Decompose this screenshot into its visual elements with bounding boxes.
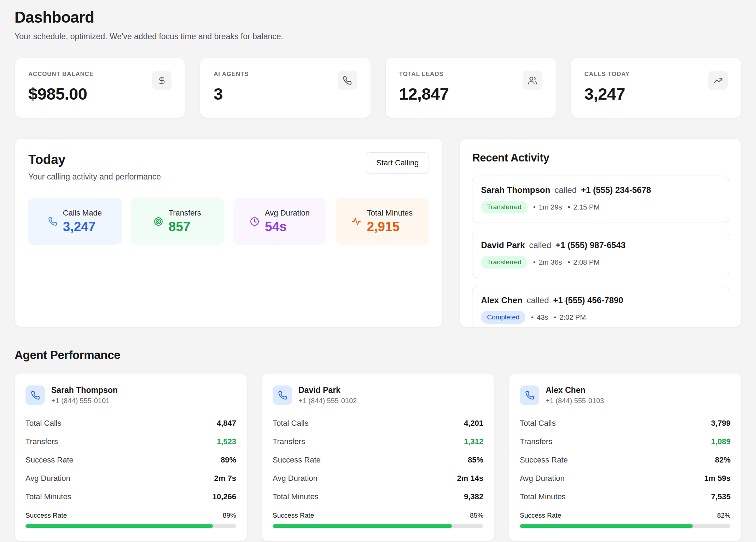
- agent-card-sarah-thompson: Sarah Thompson +1 (844) 555-0101 Total C…: [14, 373, 247, 542]
- clock-icon: [250, 217, 259, 226]
- stat-text: ACCOUNT BALANCE $985.00: [28, 71, 94, 104]
- success-rate-progress: [25, 524, 236, 528]
- stat-card-calls-today: CALLS TODAY 3,247: [571, 58, 742, 118]
- activity-item: David Park called +1 (555) 987-6543 Tran…: [472, 231, 729, 278]
- tile-value: 54s: [265, 219, 310, 234]
- metric-value: 2m 7s: [214, 474, 236, 483]
- tile-avg-duration: Avg Duration 54s: [233, 198, 327, 245]
- phone-icon: [338, 71, 357, 90]
- metric-value: 1m 59s: [704, 474, 731, 483]
- agent-phone-icon: [520, 385, 539, 405]
- main-row: Today Your calling activity and performa…: [14, 139, 742, 327]
- call-time: 2:02 PM: [559, 313, 586, 322]
- phone-icon: [48, 217, 57, 226]
- stat-label: TOTAL LEADS: [399, 71, 449, 78]
- agent-name: David Park: [298, 385, 357, 395]
- metric-value: 85%: [468, 455, 483, 465]
- tile-value: 857: [169, 219, 201, 234]
- metric-label: Total Calls: [273, 419, 308, 428]
- metric-value: 82%: [715, 455, 731, 465]
- metric-value: 3,799: [711, 419, 731, 428]
- call-time: 2:08 PM: [573, 258, 599, 266]
- stat-text: AI AGENTS 3: [214, 71, 249, 104]
- stat-value: 3: [214, 84, 249, 104]
- today-card: Today Your calling activity and performa…: [14, 139, 443, 327]
- tile-value: 3,247: [63, 219, 102, 234]
- separator-dot: •: [533, 203, 536, 211]
- stat-text: CALLS TODAY 3,247: [585, 71, 630, 104]
- users-icon: [523, 71, 542, 90]
- caller-name: Alex Chen: [481, 295, 522, 305]
- call-duration: 2m 36s: [539, 258, 562, 266]
- activity-item: Sarah Thompson called +1 (555) 234-5678 …: [472, 176, 729, 223]
- today-heading: Today Your calling activity and performa…: [28, 152, 161, 182]
- called-number: +1 (555) 456-7890: [553, 295, 623, 305]
- tile-value: 2,915: [367, 219, 413, 234]
- metric-value: 2m 14s: [457, 474, 483, 483]
- call-action: called: [554, 185, 577, 195]
- metric-label: Success Rate: [520, 455, 568, 465]
- stat-text: TOTAL LEADS 12,847: [399, 71, 449, 104]
- stat-value: $985.00: [28, 84, 94, 104]
- status-badge: Transferred: [481, 201, 528, 213]
- separator-dot: •: [533, 258, 536, 266]
- agent-phone-number: +1 (844) 555-0102: [298, 397, 357, 405]
- progress-value: 85%: [470, 512, 483, 519]
- dashboard-page: Dashboard Your schedule, optimized. We'v…: [0, 0, 756, 542]
- status-badge: Transferred: [481, 256, 528, 269]
- activity-list: Sarah Thompson called +1 (555) 234-5678 …: [472, 176, 729, 327]
- stat-value: 12,847: [399, 84, 449, 104]
- metric-label: Avg Duration: [520, 474, 565, 483]
- agent-card-alex-chen: Alex Chen +1 (844) 555-0103 Total Calls3…: [509, 373, 742, 542]
- call-time: 2:15 PM: [573, 203, 599, 211]
- success-rate-progress-fill: [25, 524, 213, 528]
- start-calling-button[interactable]: Start Calling: [366, 152, 429, 173]
- metric-label: Total Minutes: [25, 492, 71, 501]
- progress-value: 82%: [717, 512, 731, 519]
- stat-label: ACCOUNT BALANCE: [28, 71, 94, 78]
- tile-label: Avg Duration: [265, 208, 310, 218]
- metric-value: 1,312: [464, 437, 483, 446]
- activity-icon: [352, 217, 361, 226]
- metric-value: 4,201: [464, 419, 483, 428]
- agent-phone-icon: [25, 385, 45, 405]
- caller-name: Sarah Thompson: [481, 185, 550, 195]
- metric-value: 10,266: [213, 492, 236, 501]
- activity-item: Alex Chen called +1 (555) 456-7890 Compl…: [472, 286, 729, 327]
- page-title: Dashboard: [14, 8, 742, 26]
- today-subtitle: Your calling activity and performance: [28, 172, 161, 182]
- separator-dot: •: [568, 258, 570, 266]
- stat-card-account-balance: ACCOUNT BALANCE $985.00: [14, 58, 185, 118]
- metric-label: Transfers: [273, 437, 305, 446]
- trend-up-icon: [708, 71, 728, 90]
- separator-dot: •: [568, 203, 570, 211]
- metric-value: 9,382: [464, 492, 483, 501]
- metric-value: 1,089: [711, 437, 731, 446]
- metric-label: Total Calls: [25, 419, 61, 428]
- success-rate-progress: [273, 524, 483, 528]
- tile-calls-made: Calls Made 3,247: [28, 198, 122, 245]
- agent-card-david-park: David Park +1 (844) 555-0102 Total Calls…: [262, 373, 494, 542]
- target-icon: [154, 217, 163, 226]
- stat-card-total-leads: TOTAL LEADS 12,847: [385, 58, 556, 118]
- stat-value: 3,247: [585, 84, 630, 104]
- call-duration: 43s: [537, 313, 548, 322]
- metric-label: Success Rate: [273, 455, 321, 465]
- stat-label: AI AGENTS: [214, 71, 249, 78]
- call-duration: 1m 29s: [539, 203, 562, 211]
- agent-name: Sarah Thompson: [51, 385, 118, 395]
- tile-label: Calls Made: [63, 208, 102, 218]
- agent-name: Alex Chen: [546, 385, 604, 395]
- metric-label: Transfers: [25, 437, 58, 446]
- metric-label: Avg Duration: [273, 474, 318, 483]
- progress-label: Success Rate: [520, 512, 561, 519]
- tile-label: Transfers: [169, 208, 201, 218]
- stats-row: ACCOUNT BALANCE $985.00 AI AGENTS 3 TOTA…: [14, 58, 742, 118]
- agent-cards-row: Sarah Thompson +1 (844) 555-0101 Total C…: [14, 373, 742, 542]
- call-action: called: [529, 240, 551, 250]
- separator-dot: •: [554, 313, 556, 322]
- metric-label: Transfers: [520, 437, 552, 446]
- today-title: Today: [28, 152, 161, 167]
- stat-card-ai-agents: AI AGENTS 3: [200, 58, 371, 118]
- progress-label: Success Rate: [273, 512, 314, 519]
